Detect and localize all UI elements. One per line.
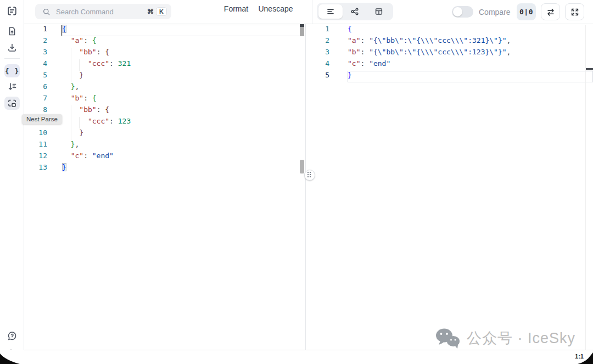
right-json-editor[interactable]: 1{2"a": "{\"bb\":\"{\\\"ccc\\\":321}\"}"… (306, 24, 593, 350)
left-scrollbar-thumb[interactable] (300, 27, 304, 36)
code-token: { (62, 25, 66, 33)
text-cursor (61, 25, 62, 36)
code-line-9[interactable]: 9 "ccc": 123 (24, 117, 305, 128)
right-overview-ruler (585, 25, 586, 350)
splitter-drag-handle[interactable] (304, 170, 315, 181)
line-number: 1 (306, 25, 348, 36)
search-command-box[interactable]: ⌘ K (35, 4, 171, 19)
splitter-bar[interactable] (300, 160, 304, 173)
compare-toggle[interactable] (452, 6, 473, 18)
code-token: : (97, 105, 105, 114)
code-token: 321 (118, 59, 131, 68)
code-token: } (79, 128, 83, 137)
code-line-2[interactable]: 2"a": "{\"bb\":\"{\\\"ccc\\\":321}\"}", (306, 36, 593, 48)
line-number: 5 (306, 71, 348, 82)
toggle-knob (453, 7, 462, 16)
code-token: 123 (118, 117, 131, 125)
code-token: "end" (369, 59, 390, 68)
json-tool-window: { } Nest Parse (0, 0, 593, 364)
code-text: "a": { (62, 36, 305, 48)
code-token: { (105, 105, 109, 114)
code-line-4[interactable]: 4"c": "end" (306, 59, 593, 71)
code-token: , (507, 36, 511, 44)
code-line-7[interactable]: 7 "b": { (24, 94, 305, 105)
unescape-button[interactable]: Unescape (254, 4, 297, 20)
expand-icon (570, 7, 580, 17)
code-text: } (348, 71, 593, 82)
code-token: "{\"bb\":\"{\\\"ccc\\\":321}\"}" (369, 36, 506, 44)
code-line-1[interactable]: 1{ (24, 25, 305, 36)
code-token: : (360, 36, 369, 44)
code-token: "b" (71, 94, 83, 102)
code-token: "c" (71, 152, 83, 160)
code-line-8[interactable]: 8 "bb": { (24, 105, 305, 117)
sidebar-divider (4, 58, 20, 59)
code-text: "b": { (62, 94, 305, 105)
indent-guide (71, 59, 71, 71)
indent-guide (71, 71, 71, 82)
code-line-6[interactable]: 6 }, (24, 82, 305, 94)
code-line-3[interactable]: 3"b": "{\"bb\":\"{\\\"ccc\\\":123}\"}", (306, 48, 593, 59)
code-text: "bb": { (62, 105, 305, 117)
code-token: { (348, 25, 352, 33)
code-line-1[interactable]: 1{ (306, 25, 593, 36)
table-icon (374, 7, 384, 16)
indent-guide (71, 128, 71, 140)
split-view-button[interactable]: 0|0 (517, 3, 536, 20)
code-line-11[interactable]: 11 }, (24, 140, 305, 152)
code-token: : (109, 117, 118, 125)
left-json-editor[interactable]: 1{2 "a": {3 "bb": {4 "ccc": 3215 }6 },7 … (24, 24, 305, 350)
format-button[interactable]: Format (220, 4, 253, 20)
code-token: } (79, 71, 83, 79)
right-code-area: 1{2"a": "{\"bb\":\"{\\\"ccc\\\":321}\"}"… (306, 25, 593, 82)
share-nodes-icon (350, 7, 360, 16)
format-json-button[interactable]: { } (4, 64, 20, 77)
code-text: "a": "{\"bb\":\"{\\\"ccc\\\":321}\"}", (348, 36, 593, 48)
code-token: "bb" (79, 48, 96, 56)
code-line-3[interactable]: 3 "bb": { (24, 48, 305, 59)
code-token: : (83, 152, 92, 160)
code-token: : (83, 94, 92, 102)
line-number: 7 (24, 94, 62, 105)
code-token: "end" (92, 152, 114, 160)
text-view-tab[interactable] (318, 4, 343, 19)
code-line-5[interactable]: 5 } (24, 71, 305, 82)
code-line-4[interactable]: 4 "ccc": 321 (24, 59, 305, 71)
code-token: "b" (348, 48, 360, 56)
code-token: { (105, 48, 109, 56)
code-line-10[interactable]: 10 } (24, 128, 305, 140)
code-token: { (92, 36, 97, 44)
swap-panes-button[interactable] (541, 3, 560, 20)
download-icon[interactable] (7, 42, 18, 53)
search-icon (42, 8, 51, 16)
code-line-2[interactable]: 2 "a": { (24, 36, 305, 48)
toolbar: ⌘ K Format Unescape (24, 0, 593, 24)
code-line-13[interactable]: 13} (24, 163, 305, 175)
nest-parse-button[interactable] (4, 97, 20, 110)
search-input[interactable] (55, 7, 147, 16)
grip-dots-icon (307, 172, 309, 173)
code-line-12[interactable]: 12 "c": "end" (24, 152, 305, 163)
code-token: : (360, 59, 369, 68)
code-token: "ccc" (88, 59, 109, 68)
line-number: 5 (24, 71, 62, 82)
line-number: 11 (24, 140, 62, 152)
table-view-tab[interactable] (367, 4, 391, 19)
graph-view-tab[interactable] (343, 4, 367, 19)
help-icon[interactable] (7, 331, 18, 341)
code-token: "bb" (79, 105, 96, 114)
code-token: { (92, 94, 97, 102)
code-line-5[interactable]: 5} (306, 71, 593, 82)
import-file-icon[interactable] (7, 26, 18, 37)
compare-label: Compare (479, 0, 511, 24)
code-token: : (360, 48, 369, 56)
fullscreen-button[interactable] (565, 3, 584, 20)
code-token: "c" (348, 59, 360, 68)
line-number: 4 (306, 59, 348, 71)
indent-guide (71, 117, 71, 128)
line-number: 13 (24, 163, 62, 175)
cmd-key-icon: ⌘ (147, 8, 154, 15)
pane-divider (305, 24, 306, 350)
code-text: }, (62, 140, 305, 152)
collapse-sort-icon[interactable] (7, 81, 18, 92)
